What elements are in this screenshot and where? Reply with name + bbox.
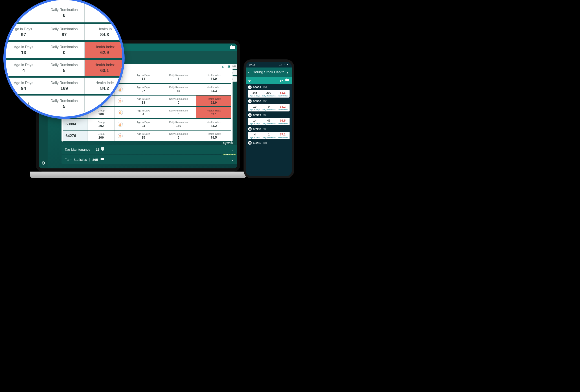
cell-rumination: Daily Rumination8 bbox=[44, 3, 84, 22]
phone-item-header: 🏷66256101 bbox=[248, 141, 290, 145]
tag-icon: 🏷 bbox=[248, 99, 252, 103]
phone-header: ‹ Young Stock Health ⋮ bbox=[246, 68, 292, 77]
cell-rumination: 1Daily Rumination bbox=[262, 132, 276, 139]
cell-rumination: Daily Rumination169 bbox=[161, 119, 196, 130]
cake-icon: 🎂 bbox=[118, 122, 123, 127]
phone-time: 10:11 bbox=[249, 63, 255, 66]
cell-rumination: Daily Rumination0 bbox=[44, 42, 84, 58]
chevron-down-icon: ⌄ bbox=[231, 147, 234, 151]
sheet-tools: 🗎 🖶 bbox=[222, 65, 230, 69]
phone-item-card: 145Age in Days209Daily Rumination51.6Hea… bbox=[248, 90, 290, 98]
print-icon[interactable]: 🖶 bbox=[227, 65, 230, 69]
cell-rumination: 0Daily Rumination bbox=[262, 104, 276, 111]
cell-age: 145Age in Days bbox=[248, 90, 262, 98]
phone-filter-bar: 57 bbox=[246, 77, 292, 84]
cell-age: Age in Days4 bbox=[3, 60, 44, 76]
cell-health: Health Index63.1 bbox=[84, 60, 125, 76]
tag-icon: 🏷 bbox=[248, 86, 252, 89]
cell-age: Age in Days15 bbox=[126, 130, 161, 141]
tag-icon: 🏷 bbox=[248, 141, 252, 145]
cell-rumination: Daily Rumination5 bbox=[44, 60, 84, 76]
phone-list-item[interactable]: 🏷6691920014Age in Days46Daily Rumination… bbox=[248, 113, 290, 125]
phone-animal-sub: 200 bbox=[262, 127, 267, 131]
cell-age: ge in Days97 bbox=[3, 24, 44, 40]
cell-age bbox=[3, 3, 44, 22]
cow-icon bbox=[230, 46, 235, 49]
phone-list-item[interactable]: 🏷66256101 bbox=[248, 141, 290, 145]
phone-status-bar: 10:11 ..ıl ᯤ ▮ bbox=[246, 62, 292, 68]
phone-item-card: 10Age in Days0Daily Rumination64.2Health… bbox=[248, 104, 290, 111]
back-icon[interactable]: ‹ bbox=[248, 70, 249, 75]
cell-health: Health Index84.3 bbox=[196, 84, 231, 95]
animal-id: 63884 bbox=[63, 119, 88, 130]
cake-icon: 🎂 bbox=[118, 87, 123, 92]
cell-age: n Days bbox=[3, 96, 44, 112]
phone-item-header: 🏷66919200 bbox=[248, 113, 290, 117]
cell-rumination: 209Daily Rumination bbox=[262, 90, 276, 98]
phone-list[interactable]: 🏷66001102145Age in Days209Daily Ruminati… bbox=[246, 84, 292, 145]
magnifier-row: Daily Rumination8 bbox=[3, 3, 125, 22]
cell-rumination: Daily Rumination0 bbox=[161, 96, 196, 106]
phone-animal-id: 66001 bbox=[253, 86, 261, 89]
phone-animal-id: 66919 bbox=[253, 113, 261, 117]
cell-birthday: 🎂 bbox=[115, 130, 126, 141]
cell-rumination: Daily Rumination169 bbox=[44, 78, 84, 94]
cell-health: Health In84.3 bbox=[84, 24, 125, 40]
phone-animal-id: 66936 bbox=[253, 99, 261, 103]
magnifier-row: Age in Days4Daily Rumination5Health Inde… bbox=[3, 58, 125, 76]
more-icon[interactable]: ⋮ bbox=[286, 70, 290, 75]
phone-animal-sub: 200 bbox=[262, 99, 267, 103]
signal-icon: ..ıl ᯤ ▮ bbox=[279, 63, 289, 66]
cell-rumination: Daily Rumination5 bbox=[161, 107, 196, 118]
accordion-count: 865 bbox=[92, 158, 98, 162]
laptop-base bbox=[30, 172, 247, 178]
cell-health: Health Index84.2 bbox=[196, 119, 231, 130]
accordion-label: Farm Statistics bbox=[65, 158, 87, 162]
accordion-label: Tag Maintenance bbox=[65, 148, 90, 151]
animal-id: 64276 bbox=[63, 130, 88, 141]
cow-icon bbox=[101, 158, 104, 160]
phone-item-header: 🏷66983200 bbox=[248, 127, 290, 131]
cake-icon: 🎂 bbox=[118, 98, 123, 103]
tag-icon: 🏷 bbox=[248, 127, 252, 131]
cake-icon: 🎂 bbox=[118, 133, 123, 138]
phone-item-card: 14Age in Days46Daily Rumination66.5Healt… bbox=[248, 118, 290, 125]
tag-icon bbox=[101, 147, 104, 151]
phone-device: 10:11 ..ıl ᯤ ▮ ‹ Young Stock Health ⋮ 57… bbox=[244, 59, 294, 178]
table-row[interactable]: 63884Group202🎂Age in Days94Daily Ruminat… bbox=[63, 118, 231, 130]
filter-icon[interactable] bbox=[248, 79, 251, 82]
cell-rumination: 46Daily Rumination bbox=[262, 118, 276, 125]
cell-health: 66.5Health Index bbox=[276, 118, 290, 125]
magnifier-row: ge in Days97Daily Rumination87Health In8… bbox=[3, 22, 125, 40]
accordion-count: 15 bbox=[96, 148, 100, 151]
tag-icon: 🏷 bbox=[248, 113, 252, 117]
cell-health: 67.2Health Index bbox=[276, 132, 290, 139]
cake-icon: 🎂 bbox=[118, 110, 123, 115]
document-icon[interactable]: 🗎 bbox=[222, 65, 225, 69]
phone-title: Young Stock Health bbox=[253, 70, 285, 74]
cell-health: Health Index79.5 bbox=[196, 130, 231, 141]
cell-rumination: Daily Rumination87 bbox=[44, 24, 84, 40]
cell-health: 51.6Health Index bbox=[276, 90, 290, 98]
phone-list-item[interactable]: 🏷66001102145Age in Days209Daily Ruminati… bbox=[248, 86, 290, 98]
cell-rumination: Daily Rumination87 bbox=[161, 84, 196, 95]
phone-item-card: 4Age in Days1Daily Rumination67.2Health … bbox=[248, 132, 290, 139]
cell-age: 14Age in Days bbox=[248, 118, 262, 125]
cell-age: Age in Days14 bbox=[126, 71, 161, 83]
accordion-wrap: Tag Maintenance | 15 ⌄ Farm Statistics |… bbox=[61, 143, 237, 164]
cell-rumination: Daily Rumination8 bbox=[161, 71, 196, 83]
phone-list-item[interactable]: 🏷669832004Age in Days1Daily Rumination67… bbox=[248, 127, 290, 139]
cell-age: Age in Days4 bbox=[126, 107, 161, 118]
cell-birthday: 🎂 bbox=[115, 107, 126, 118]
gear-icon[interactable]: ⚙ bbox=[41, 160, 45, 166]
phone-animal-sub: 101 bbox=[262, 141, 267, 145]
phone-list-item[interactable]: 🏷6693620010Age in Days0Daily Rumination6… bbox=[248, 99, 290, 111]
farm-statistics-accordion[interactable]: Farm Statistics | 865 ⌄ bbox=[61, 155, 237, 164]
phone-item-header: 🏷66936200 bbox=[248, 99, 290, 103]
magnifier-rows: Daily Rumination8ge in Days97Daily Rumin… bbox=[3, 3, 125, 112]
cell-age: Age in Days94 bbox=[3, 78, 44, 94]
cow-icon bbox=[285, 79, 289, 81]
table-row[interactable]: 64276Group200🎂Age in Days15Daily Ruminat… bbox=[63, 130, 231, 141]
tag-maintenance-accordion[interactable]: Tag Maintenance | 15 ⌄ bbox=[61, 145, 237, 154]
phone-animal-id: 66983 bbox=[253, 127, 261, 131]
